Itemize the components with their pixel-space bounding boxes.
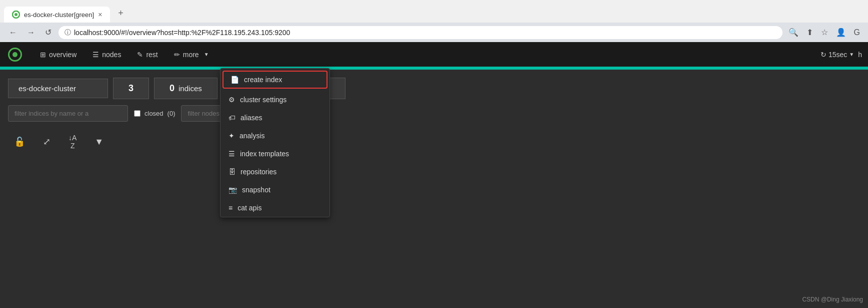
more-dropdown-menu: 📄 create index ⚙ cluster settings 🏷 alia… xyxy=(220,68,330,217)
nav-more[interactable]: ✏ more ▼ xyxy=(166,42,217,68)
expand-button[interactable]: ⤢ xyxy=(39,134,54,149)
address-bar[interactable]: ⓘ localhost:9000/#!/overview?host=http:%… xyxy=(58,26,782,39)
repositories-icon: 🗄 xyxy=(228,168,236,176)
nodes-count: 3 xyxy=(128,83,134,94)
index-templates-icon: ☰ xyxy=(228,150,235,158)
app-logo xyxy=(6,46,24,64)
repositories-label: repositories xyxy=(240,168,276,176)
create-index-label: create index xyxy=(244,76,282,84)
overview-icon: ⊞ xyxy=(40,51,46,59)
browser-share-button[interactable]: ⬆ xyxy=(804,26,815,39)
more-icon: ✏ xyxy=(174,51,180,59)
analysis-label: analysis xyxy=(240,132,265,140)
rest-label: rest xyxy=(146,51,158,59)
filter-dropdown-button[interactable]: ▼ xyxy=(90,135,108,149)
svg-point-1 xyxy=(14,13,18,16)
closed-count: (0) xyxy=(168,110,176,117)
dropdown-cluster-settings[interactable]: ⚙ cluster settings xyxy=(220,91,330,109)
forward-button[interactable]: → xyxy=(24,26,38,39)
browser-translate-button[interactable]: G xyxy=(852,26,862,39)
rest-icon: ✎ xyxy=(137,51,143,59)
dropdown-snapshot[interactable]: 📷 snapshot xyxy=(220,181,330,199)
tab-favicon xyxy=(12,11,20,19)
dropdown-index-templates[interactable]: ☰ index templates xyxy=(220,145,330,163)
h-label: h xyxy=(858,51,862,59)
refresh-interval-button[interactable]: ↻ 15sec ▼ xyxy=(820,51,854,59)
main-content: es-docker-cluster 3 0 indices 0 shards 0… xyxy=(0,70,868,308)
dropdown-create-index[interactable]: 📄 create index xyxy=(222,71,328,89)
indices-label: indices xyxy=(178,84,202,93)
overview-label: overview xyxy=(49,51,76,59)
cluster-name: es-docker-cluster xyxy=(18,84,76,93)
closed-checkbox[interactable] xyxy=(134,110,140,117)
sort-az-button[interactable]: ↓AZ xyxy=(64,132,80,152)
nav-nodes[interactable]: ☰ nodes xyxy=(84,42,129,68)
index-filter-input[interactable] xyxy=(8,105,128,122)
lock-toggle-button[interactable]: 🔓 xyxy=(10,134,29,149)
watermark: CSDN @Ding Jiaxiong xyxy=(802,296,863,303)
tab-bar: es-docker-cluster[green] × + xyxy=(0,0,868,23)
nodes-stat-box: 3 xyxy=(113,78,149,99)
cluster-settings-icon: ⚙ xyxy=(228,96,235,104)
more-label: more xyxy=(183,51,199,59)
address-text: localhost:9000/#!/overview?host=http:%2F… xyxy=(74,29,776,37)
dropdown-analysis[interactable]: ✦ analysis xyxy=(220,127,330,145)
browser-profile-button[interactable]: 👤 xyxy=(834,26,848,39)
cluster-name-box: es-docker-cluster xyxy=(8,79,108,98)
browser-search-button[interactable]: 🔍 xyxy=(786,26,800,39)
logo-inner xyxy=(12,52,18,57)
dropdown-cat-apis[interactable]: ≡ cat apis xyxy=(220,199,330,217)
logo-circle xyxy=(8,48,22,62)
more-chevron-icon: ▼ xyxy=(204,52,209,57)
browser-chrome: es-docker-cluster[green] × + ← → ↺ ⓘ loc… xyxy=(0,0,868,42)
analysis-icon: ✦ xyxy=(228,132,234,140)
nav-right: ↻ 15sec ▼ h xyxy=(820,51,862,59)
filter-row: closed (0) xyxy=(8,105,860,122)
address-info-icon: ⓘ xyxy=(64,28,71,37)
dropdown-aliases[interactable]: 🏷 aliases xyxy=(220,109,330,127)
refresh-icon: ↻ xyxy=(820,51,826,59)
nav-rest[interactable]: ✎ rest xyxy=(129,42,166,68)
back-button[interactable]: ← xyxy=(6,26,20,39)
browser-actions: 🔍 ⬆ ☆ 👤 G xyxy=(786,26,862,39)
nodes-icon: ☰ xyxy=(92,51,99,59)
closed-checkbox-group: closed (0) xyxy=(134,110,175,117)
refresh-button[interactable]: ↺ xyxy=(42,26,54,39)
cat-apis-label: cat apis xyxy=(238,204,262,212)
snapshot-label: snapshot xyxy=(242,186,270,194)
aliases-label: aliases xyxy=(240,114,262,122)
address-bar-row: ← → ↺ ⓘ localhost:9000/#!/overview?host=… xyxy=(0,23,868,42)
toolbar-row: 🔓 ⤢ ↓AZ ▼ xyxy=(8,128,860,156)
dropdown-repositories[interactable]: 🗄 repositories xyxy=(220,163,330,181)
app: ⊞ overview ☰ nodes ✎ rest ✏ more ▼ ↻ 15s… xyxy=(0,42,868,308)
cat-apis-icon: ≡ xyxy=(228,204,232,212)
cluster-settings-label: cluster settings xyxy=(240,96,286,104)
create-index-icon: 📄 xyxy=(230,76,239,84)
nav-overview[interactable]: ⊞ overview xyxy=(32,42,84,68)
snapshot-icon: 📷 xyxy=(228,186,237,194)
closed-label: closed xyxy=(144,110,164,117)
refresh-chevron-icon: ▼ xyxy=(849,52,854,57)
refresh-label: 15sec xyxy=(828,51,847,59)
browser-star-button[interactable]: ☆ xyxy=(819,26,830,39)
indices-stat-box: 0 indices xyxy=(154,78,218,99)
new-tab-button[interactable]: + xyxy=(112,4,130,23)
navbar: ⊞ overview ☰ nodes ✎ rest ✏ more ▼ ↻ 15s… xyxy=(0,42,868,68)
index-templates-label: index templates xyxy=(240,150,289,158)
indices-count: 0 xyxy=(170,83,174,94)
nodes-label: nodes xyxy=(102,51,121,59)
tab-title: es-docker-cluster[green] xyxy=(24,11,94,19)
stats-row: es-docker-cluster 3 0 indices 0 shards 0… xyxy=(8,78,860,99)
tab-close-button[interactable]: × xyxy=(98,11,102,19)
active-tab[interactable]: es-docker-cluster[green] × xyxy=(4,7,110,23)
aliases-icon: 🏷 xyxy=(228,114,236,122)
